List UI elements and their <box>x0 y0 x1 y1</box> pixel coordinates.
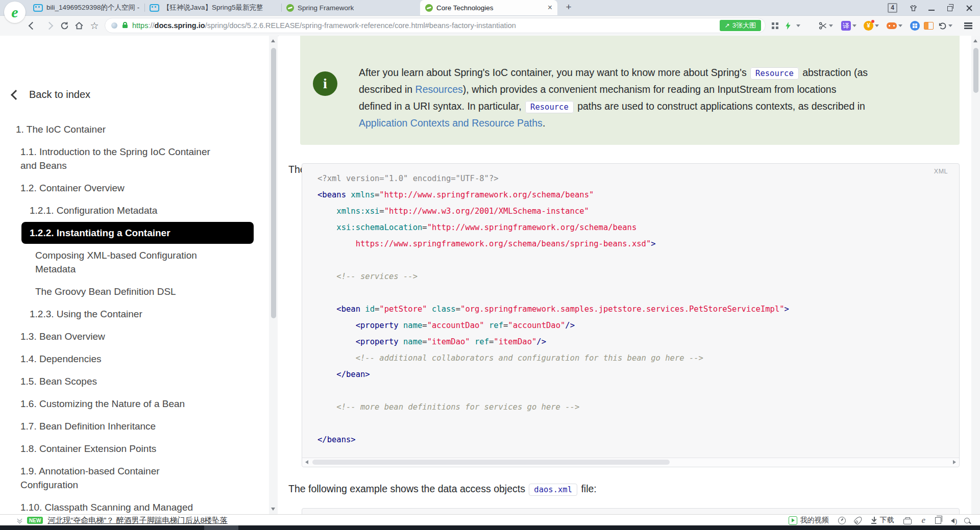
new-badge: NEW <box>27 517 43 524</box>
browser-tab-4[interactable]: Core Technologies× <box>420 0 557 15</box>
code-horizontal-scrollbar[interactable] <box>302 458 959 467</box>
bilibili-icon <box>150 4 159 12</box>
scroll-right-icon[interactable] <box>953 460 956 464</box>
minimize-button[interactable] <box>928 5 935 11</box>
toc-item[interactable]: 1.2.2. Instantiating a Container <box>21 222 254 244</box>
ie-button[interactable]: e <box>921 517 925 524</box>
gauge-button[interactable] <box>838 517 846 524</box>
site-info-icon[interactable] <box>111 22 117 29</box>
text-run: abstraction (as <box>800 67 868 78</box>
apps-button[interactable] <box>910 16 920 36</box>
news-headline-link[interactable]: 河北现“夺命电梯”？ 醉酒男子脚踹电梯门后从8楼坠落 <box>47 516 228 525</box>
toc-item[interactable]: 1.2. Container Overview <box>0 181 269 195</box>
code-line: <beans xmlns="http://www.springframework… <box>317 187 954 203</box>
toc-item[interactable]: 1.6. Customizing the Nature of a Bean <box>0 397 269 411</box>
toc-item[interactable]: 1.2.3. Using the Container <box>0 307 269 321</box>
code-line: </beans> <box>317 432 954 448</box>
secure-lock-icon[interactable] <box>122 24 128 28</box>
url-field[interactable]: https://docs.spring.io/spring/docs/5.2.6… <box>105 18 766 33</box>
multiwindow-button[interactable] <box>935 517 941 524</box>
tab-title: 【狂神说Java】Spring5最新完整 <box>163 3 276 12</box>
qr-code-button[interactable] <box>772 16 779 36</box>
toc-item[interactable]: 1.10. Classpath Scanning and ManagedComp… <box>0 500 269 514</box>
code-scroll-thumb[interactable] <box>312 460 670 465</box>
news-ticker: NEW 河北现“夺命电梯”？ 醉酒男子脚踹电梯门后从8楼坠落 <box>17 515 228 526</box>
scroll-down-icon[interactable] <box>271 508 275 511</box>
bookmark-button[interactable]: ☆ <box>88 16 101 36</box>
download-button[interactable]: 下载 <box>871 516 894 525</box>
scroll-up-icon[interactable] <box>271 39 275 42</box>
taskbar-button[interactable] <box>204 525 238 530</box>
page-scrollbar[interactable] <box>971 36 980 514</box>
scroll-up-icon[interactable] <box>973 39 977 42</box>
toc-item[interactable]: 1.5. Bean Scopes <box>0 374 269 388</box>
new-tab-button[interactable]: + <box>562 2 575 13</box>
wallet-card-button[interactable] <box>924 16 934 36</box>
close-window-button[interactable] <box>966 5 973 11</box>
toc-item-label: 1.3. Bean Overview <box>20 330 255 343</box>
toc-item[interactable]: 1.9. Annotation-based ContainerConfigura… <box>0 464 269 492</box>
sound-button[interactable] <box>951 517 954 523</box>
games-button[interactable] <box>887 16 902 36</box>
screenshot-button[interactable] <box>819 16 833 36</box>
code-line <box>317 285 954 301</box>
code-line: xmlns:xsi="http://www.w3.org/2001/XMLSch… <box>317 203 954 219</box>
forward-icon <box>45 22 53 30</box>
play-video-button[interactable]: 我的视频 <box>789 516 828 525</box>
printer-button[interactable] <box>903 517 912 524</box>
url-text[interactable]: https://docs.spring.io/spring/docs/5.2.6… <box>132 21 720 30</box>
doc-link[interactable]: Resources <box>415 84 463 95</box>
browser-tab-2[interactable]: 【狂神说Java】Spring5最新完整 <box>144 0 281 15</box>
main-menu-button[interactable] <box>964 16 972 36</box>
toc-item[interactable]: 1.2.1. Configuration Metadata <box>0 204 269 217</box>
toc-item[interactable]: 1.1. Introduction to the Spring IoC Cont… <box>0 145 269 172</box>
address-dropdown-button[interactable] <box>796 16 800 36</box>
back-button[interactable] <box>26 16 39 36</box>
browser-tab-1[interactable]: bili_14969529398的个人空间 - <box>28 0 144 15</box>
toc-item[interactable]: 1. The IoC Container <box>0 122 269 136</box>
toc-item-label: 1.5. Bean Scopes <box>20 374 255 388</box>
collapse-chevrons-icon[interactable] <box>17 518 22 523</box>
sidebar-scroll-thumb[interactable] <box>271 48 276 318</box>
restore-tabs-button[interactable] <box>938 16 952 36</box>
back-to-index-link[interactable]: Back to index <box>12 89 90 100</box>
reload-button[interactable] <box>58 16 71 36</box>
browser-tab-3[interactable]: Spring Framework <box>281 0 420 15</box>
doc-link[interactable]: Application Contexts and Resource Paths <box>359 117 543 129</box>
browser-logo[interactable]: e <box>4 2 26 23</box>
toc-item-label: 1.9. Annotation-based Container <box>20 464 255 478</box>
toc-item[interactable]: Composing XML-based ConfigurationMetadat… <box>0 248 269 276</box>
page-scroll-thumb[interactable] <box>973 48 978 93</box>
sidebar-scrollbar[interactable] <box>269 36 278 514</box>
tab-close-icon[interactable]: × <box>548 4 552 12</box>
toc-item-label: 1.4. Dependencies <box>20 352 255 366</box>
gauge-icon <box>838 517 846 524</box>
toc-item[interactable]: 1.3. Bean Overview <box>0 330 269 343</box>
toc-item[interactable]: 1.8. Container Extension Points <box>0 442 269 456</box>
skin-tshirt-icon[interactable] <box>910 5 916 11</box>
admonition-text: After you learn about Spring's IoC conta… <box>359 64 951 132</box>
rocket-button[interactable] <box>855 516 861 524</box>
text-run: defined in a URI syntax. In particular, <box>359 100 524 112</box>
toc-item-label: 1.10. Classpath Scanning and Managed <box>20 500 255 514</box>
toc-item[interactable]: 1.7. Bean Definition Inheritance <box>0 419 269 433</box>
tab-count-badge[interactable]: 4 <box>888 3 897 13</box>
big-images-label: 3张大图 <box>732 20 756 31</box>
code-line: xsi:schemaLocation="http://www.springfra… <box>317 219 954 236</box>
code-line: https://www.springframework.org/schema/b… <box>317 236 954 252</box>
boost-button[interactable] <box>786 16 791 36</box>
next-code-block-partial <box>302 508 960 514</box>
scroll-left-icon[interactable] <box>305 460 308 464</box>
home-button[interactable] <box>72 16 86 36</box>
gamepad-icon <box>887 22 897 29</box>
toc-item[interactable]: The Groovy Bean Definition DSL <box>0 285 269 298</box>
rebate-button[interactable]: ¥ <box>864 16 879 36</box>
translate-button[interactable]: 译 <box>841 16 856 36</box>
restore-button[interactable] <box>947 5 954 11</box>
text-run: . <box>543 117 545 129</box>
search-button[interactable] <box>964 518 970 523</box>
reload-icon <box>60 21 69 30</box>
forward-button[interactable] <box>42 16 56 36</box>
toc-item[interactable]: 1.4. Dependencies <box>0 352 269 366</box>
big-images-badge[interactable]: ↗3张大图 <box>720 20 761 31</box>
